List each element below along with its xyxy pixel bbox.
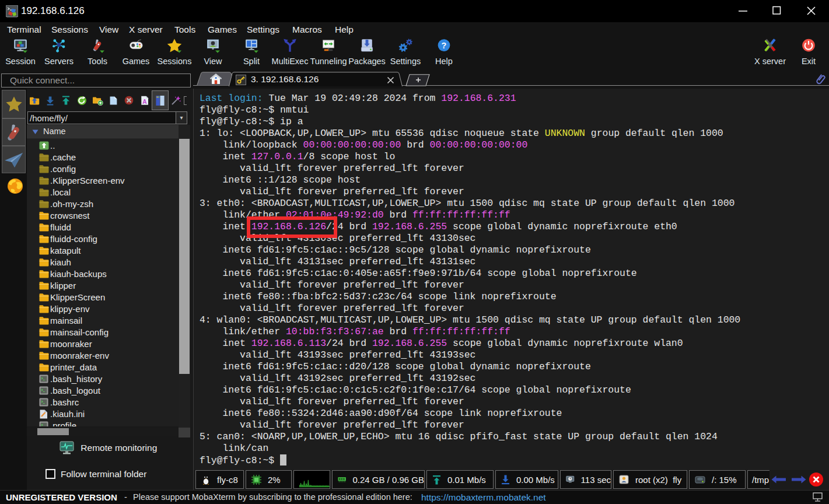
svg-text:?: ? [442,41,447,50]
svg-text:A: A [142,99,147,105]
